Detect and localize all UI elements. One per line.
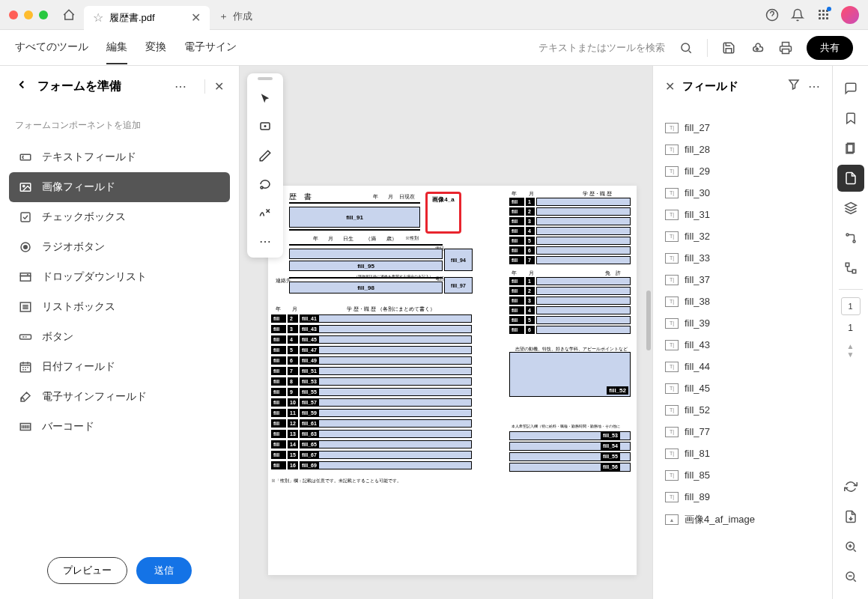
component-barcode[interactable]: バーコード [9,412,230,442]
history-row-field[interactable] [300,356,472,365]
filter-icon[interactable] [787,78,801,94]
row-year-label[interactable]: fill [271,325,286,333]
r1-field[interactable] [536,227,631,235]
form-field-52[interactable]: fill_52 [509,352,631,397]
field-list-item[interactable]: T|fill_52 [662,399,823,421]
lasso-tool[interactable] [250,171,280,198]
field-list-item[interactable]: T|fill_81 [662,443,823,464]
r1-field[interactable] [536,217,631,225]
component-listbox[interactable]: リストボックス [9,292,230,322]
r1-label[interactable]: fill [509,207,524,216]
field-list-item[interactable]: T|fill_32 [662,225,823,247]
page-up-button[interactable]: ▲ [847,342,855,350]
field-list-item[interactable]: T|fill_44 [662,356,823,377]
row-month-label[interactable]: 13 [288,430,298,438]
search-icon[interactable] [679,40,694,55]
field-list-item[interactable]: T|fill_31 [662,204,823,225]
history-row-field[interactable] [300,367,472,375]
row-year-label[interactable]: fill [271,356,286,365]
row-month-label[interactable]: 3 [288,325,298,333]
tab-close-button[interactable]: ✕ [191,10,201,25]
panel-close-button[interactable]: ✕ [204,79,224,94]
star-icon[interactable]: ☆ [93,10,103,25]
minimize-window-button[interactable] [24,10,33,19]
field-list-item[interactable]: T|fill_43 [662,334,823,356]
flow-rail-icon[interactable] [837,225,864,252]
r1-label[interactable]: fill [509,246,524,255]
cloud-upload-icon[interactable] [750,40,765,55]
panel-more-icon[interactable]: ⋯ [174,79,186,94]
form-field-95[interactable]: fill_95 [289,261,443,271]
row-month-label[interactable]: 16 [288,461,298,469]
r1-field[interactable] [536,207,631,216]
document-rail-icon[interactable] [837,165,864,192]
component-image-field[interactable]: 画像フィールド [9,172,230,202]
component-checkbox[interactable]: チェックボックス [9,202,230,232]
tree-rail-icon[interactable] [837,255,864,282]
maximize-window-button[interactable] [39,10,48,19]
history-row-field[interactable] [300,325,472,333]
comment-tool[interactable] [250,114,280,141]
row-month-label[interactable]: 2 [288,314,298,323]
row-month-label[interactable]: 8 [288,377,298,386]
history-row-field[interactable] [300,346,472,354]
r2-field[interactable] [536,316,631,324]
layers-rail-icon[interactable] [837,195,864,222]
row-month-label[interactable]: 7 [288,367,298,375]
r1-label[interactable]: fill [509,237,524,245]
submit-button[interactable]: 送信 [136,557,192,584]
user-avatar[interactable] [841,6,859,24]
row-month-label[interactable]: 12 [288,419,298,428]
rotate-rail-icon[interactable] [837,473,864,500]
r2-field[interactable] [536,326,631,334]
component-radio[interactable]: ラジオボタン [9,232,230,262]
menu-convert[interactable]: 変換 [145,31,166,64]
field-list-item[interactable]: T|fill_85 [662,464,823,486]
form-field-98[interactable]: fill_98 [289,282,443,294]
field-list-item[interactable]: T|fill_45 [662,377,823,399]
history-row-field[interactable] [300,314,472,323]
field-list-item[interactable]: T|fill_77 [662,421,823,443]
pen-tool[interactable] [250,142,280,169]
apps-icon[interactable] [816,7,831,22]
history-row-field[interactable] [300,440,472,449]
history-row-field[interactable] [300,335,472,344]
row-year-label[interactable]: fill [271,440,286,449]
field-list-item[interactable]: T|fill_39 [662,312,823,334]
field-list-item[interactable]: T|fill_89 [662,486,823,508]
select-tool[interactable] [250,85,280,112]
r2-field[interactable] [536,287,631,295]
history-row-field[interactable] [300,430,472,438]
page-down-button[interactable]: ▼ [847,350,855,359]
component-button[interactable]: ボタン [9,322,230,352]
bookmark-rail-icon[interactable] [837,105,864,132]
row-month-label[interactable]: 11 [288,409,298,417]
r1-label[interactable]: fill [509,256,524,264]
form-field-97[interactable]: fill_97 [444,277,473,294]
field-list-item[interactable]: T|fill_38 [662,291,823,312]
zoom-in-icon[interactable] [837,533,864,560]
image-field-selected[interactable]: 画像4_a [425,192,461,234]
component-date[interactable]: 日付フィールド [9,352,230,382]
fields-more-icon[interactable]: ⋯ [808,79,820,94]
form-field-94[interactable]: fill_94 [444,249,473,271]
field-list-item[interactable]: T|fill_28 [662,139,823,160]
print-icon[interactable] [778,40,793,55]
row-year-label[interactable]: fill [271,430,286,438]
toolbar-drag-handle[interactable] [250,76,280,81]
row-year-label[interactable]: fill [271,461,286,469]
export-rail-icon[interactable] [837,503,864,530]
row-year-label[interactable]: fill [271,451,286,459]
close-window-button[interactable] [9,10,18,19]
canvas-area[interactable]: ⋯ 歴 書 年 月 日現在 fill_91 年 月 日生 （満 歳） ※性別 [240,66,652,599]
help-icon[interactable] [765,7,780,22]
r2-field[interactable] [536,306,631,314]
r1-field[interactable] [536,237,631,245]
r2-field[interactable] [536,277,631,285]
pdf-page[interactable]: 歴 書 年 月 日現在 fill_91 年 月 日生 （満 歳） ※性別 電話 … [268,186,637,575]
component-text-field[interactable]: テキストフィールド [9,142,230,172]
r1-field[interactable] [536,256,631,264]
row-month-label[interactable]: 10 [288,398,298,407]
notification-icon[interactable] [790,7,805,22]
row-month-label[interactable]: 5 [288,346,298,354]
